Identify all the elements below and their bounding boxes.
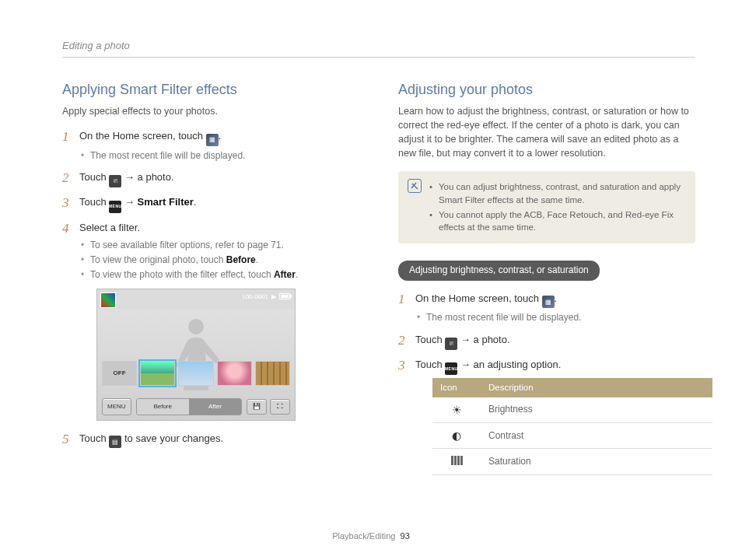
step-2: Touch ⎚ → a photo. [62,170,359,187]
row-contrast: Contrast [481,423,712,449]
b2-pre: To view the original photo, touch [90,254,226,265]
menu-icon: MENU [445,362,457,375]
face-button[interactable]: ⛶ [270,399,290,415]
step-3: Touch MENU → Smart Filter. [62,195,359,213]
note-line-1: You can adjust brightness, contrast, and… [429,180,686,206]
save-button[interactable]: 💾 [247,399,267,415]
thumb-2[interactable] [178,361,213,386]
note-line-2: You cannot apply the ACB, Face Retouch, … [429,208,686,234]
r-step-3-after: an adjusting option. [474,359,562,370]
info-note: You can adjust brightness, contrast, and… [398,171,695,243]
step-2-before: Touch [79,171,109,183]
camera-top-bar: 100-0001 ▶ [242,292,290,302]
album-icon: ▦ [206,134,219,146]
arrow-icon: → [124,196,138,208]
filter-thumbnail-strip: OFF [102,361,290,386]
r-step-2: Touch ⎚ → a photo. [398,333,695,350]
page-footer: Playback/Editing 93 [0,530,742,543]
step-4-text: Select a filter. [79,222,140,233]
step-4: Select a filter. To see available filter… [62,221,359,421]
r-step-1: On the Home screen, touch ▦. The most re… [398,292,695,325]
before-after-toggle[interactable]: Before After [136,398,242,415]
r-step-2-after: a photo. [474,334,510,345]
camera-bottom-bar: MENU Before After 💾 ⛶ [102,398,290,415]
breadcrumb-title: Editing a photo [62,39,695,54]
info-icon [408,179,422,193]
adjust-options-table: Icon Description ☀ Brightness ◐ Contrast [432,378,712,475]
left-column: Applying Smart Filter effects Apply spec… [62,79,359,483]
thumb-off[interactable]: OFF [102,361,137,386]
step-1: On the Home screen, touch ▦. The most re… [62,129,359,163]
file-counter: 100-0001 [242,292,268,302]
menu-button[interactable]: MENU [102,398,131,415]
share-icon: ⎚ [109,175,121,187]
step-1-bullet: The most recent file will be displayed. [79,149,359,163]
right-intro: Learn how to adjust the brightness, cont… [398,104,695,161]
th-icon: Icon [432,378,481,397]
r-step-1-bullet: The most recent file will be displayed. [415,311,695,324]
saturation-icon [432,449,481,474]
step-5-after: to save your changes. [124,432,223,444]
step-5: Touch ▤ to save your changes. [62,432,359,449]
right-column: Adjusting your photos Learn how to adjus… [398,79,695,483]
right-heading: Adjusting your photos [398,79,695,100]
step-4-bullet-3: To view the photo with the filter effect… [79,268,359,282]
step-5-before: Touch [79,432,109,444]
thumb-selected[interactable] [140,361,175,386]
b3-bold: After [274,269,296,280]
r-step-2-before: Touch [415,334,445,345]
b2-bold: Before [226,254,256,265]
row-saturation: Saturation [481,449,712,474]
subsection-pill: Adjusting brightness, contrast, or satur… [398,261,600,280]
arrow-icon: → [124,171,135,183]
left-heading: Applying Smart Filter effects [62,79,359,100]
before-tab[interactable]: Before [137,399,189,415]
step-4-bullet-1: To see available filter options, refer t… [79,239,359,252]
b3-pre: To view the photo with the filter effect… [90,269,274,280]
after-tab[interactable]: After [189,399,241,415]
thumb-4[interactable] [255,361,290,386]
brightness-icon: ☀ [432,397,481,423]
arrow-icon: → [460,334,471,345]
contrast-icon: ◐ [432,423,481,449]
share-icon: ⎚ [445,338,457,350]
step-2-after: a photo. [138,171,174,183]
step-4-bullet-2: To view the original photo, touch Before… [79,254,359,267]
row-brightness: Brightness [481,397,712,423]
palette-icon [100,292,116,308]
thumb-3[interactable] [217,361,252,386]
battery-icon [279,293,290,299]
step-3-before: Touch [79,196,109,208]
play-icon: ▶ [271,292,276,302]
r-step-3-before: Touch [415,359,445,370]
r-step-3: Touch MENU → an adjusting option. Icon D… [398,358,695,475]
camera-screen-mockup: 100-0001 ▶ OFF [96,289,296,421]
th-desc: Description [481,378,712,397]
header-rule [62,57,695,58]
footer-section: Playback/Editing [332,531,395,541]
step-1-text: On the Home screen, touch [79,130,206,142]
save-icon: ▤ [109,436,121,448]
menu-icon: MENU [109,201,121,213]
step-3-bold: Smart Filter [138,196,194,208]
arrow-icon: → [460,359,471,370]
r-step-1-text: On the Home screen, touch [415,292,542,304]
page-number: 93 [401,531,410,541]
album-icon: ▦ [542,296,555,308]
left-intro: Apply special effects to your photos. [62,104,359,118]
